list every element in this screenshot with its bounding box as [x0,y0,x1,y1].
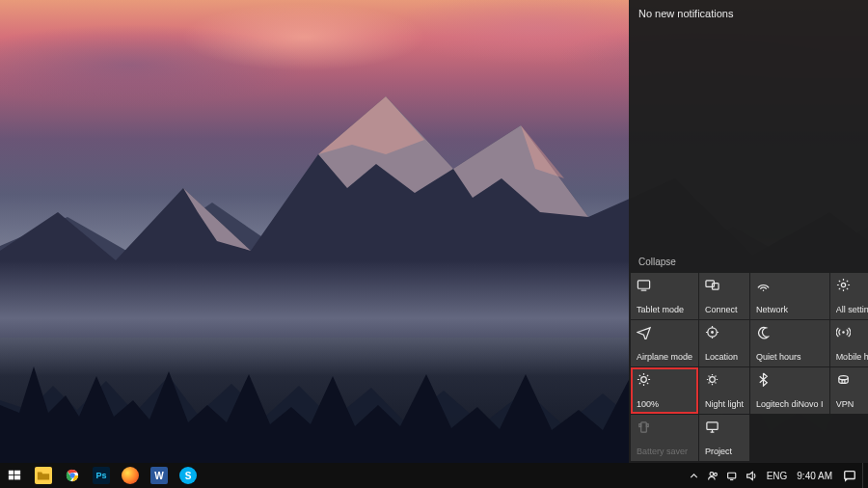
taskbar-app-photoshop[interactable]: Ps [87,463,116,488]
tile-brightness[interactable]: 100% [631,367,698,414]
taskbar-app-firefox[interactable] [116,463,145,488]
tile-label: Project [705,447,744,457]
svg-rect-14 [639,424,641,427]
svg-rect-16 [707,422,718,430]
tile-label: 100% [637,400,692,410]
network-tray-icon [726,470,739,482]
tray-clock[interactable]: 9:40 AM [792,471,837,481]
quiet-icon [756,325,771,339]
tile-vpn[interactable]: VPN [830,367,868,414]
tray-language[interactable]: ENG [762,471,793,481]
tile-label: Night light [705,400,744,410]
file-explorer-icon [35,467,52,484]
tile-mobile-hotspot[interactable]: Mobile hotspot [830,320,868,366]
tile-label: Network [756,306,824,315]
svg-rect-15 [646,424,648,427]
tile-label: Battery saver [637,447,692,457]
tray-chevron-up[interactable] [685,463,704,488]
svg-rect-20 [14,471,20,474]
tray-network[interactable] [723,463,743,488]
tile-label: Connect [705,306,744,315]
desktop: No new notifications Collapse Tablet mod… [0,0,868,488]
collapse-button[interactable]: Collapse [629,253,868,273]
tile-battery-saver[interactable]: Battery saver [631,415,698,461]
skype-icon: S [179,467,197,484]
taskbar-app-file-explorer[interactable] [29,463,58,488]
network-icon [756,278,771,292]
firefox-icon [122,467,139,484]
vpn-icon [836,372,851,387]
taskbar-app-skype[interactable]: S [174,463,203,488]
svg-point-11 [838,376,847,380]
svg-point-26 [715,473,718,475]
bluetooth-icon [756,372,771,387]
tile-night-light[interactable]: Night light [699,367,749,414]
tile-location[interactable]: Location [699,320,749,366]
tray-volume[interactable] [743,463,762,488]
tile-project[interactable]: Project [699,415,749,461]
svg-point-8 [842,331,844,333]
taskbar-apps: Ps W S [0,463,203,488]
action-center-button[interactable] [837,463,862,488]
svg-rect-0 [637,281,649,288]
airplane-icon [637,325,651,339]
tile-label: Tablet mode [637,306,692,315]
tile-tablet-mode[interactable]: Tablet mode [631,273,698,319]
windows-icon [8,469,21,482]
svg-point-25 [710,472,714,475]
tile-bluetooth[interactable]: Logitech diNovo I [750,367,829,414]
notifications-empty-area [629,27,868,253]
tablet-icon [637,278,651,292]
battery-icon [637,420,651,434]
taskbar: Ps W S ENG [0,463,868,488]
chevron-up-icon [688,470,700,482]
location-icon [705,325,719,339]
svg-rect-27 [728,473,736,478]
show-desktop-button[interactable] [862,463,868,488]
word-icon: W [150,467,168,484]
taskbar-app-word[interactable]: W [145,463,174,488]
svg-point-4 [763,289,765,291]
settings-icon [836,278,851,292]
photoshop-icon: Ps [93,467,110,484]
connect-icon [705,278,719,292]
tile-label: Airplane mode [637,353,692,363]
brightness-icon [637,372,651,387]
nightlight-icon [705,372,719,387]
svg-rect-29 [845,472,855,479]
tile-label: All settings [836,306,868,315]
tile-quiet-hours[interactable]: Quiet hours [750,320,829,366]
tile-all-settings[interactable]: All settings [830,273,868,319]
tile-label: Quiet hours [756,353,824,363]
taskbar-app-chrome[interactable] [58,463,87,488]
tile-label: Location [705,353,744,363]
svg-point-7 [711,331,714,334]
notifications-icon [843,469,856,482]
tile-airplane-mode[interactable]: Airplane mode [631,320,698,366]
svg-rect-12 [842,380,845,383]
project-icon [705,420,719,434]
svg-point-5 [841,283,845,286]
svg-rect-22 [14,475,20,479]
svg-rect-19 [9,471,14,474]
svg-point-10 [710,377,716,383]
people-icon [707,470,719,482]
svg-rect-21 [9,475,14,479]
notifications-header: No new notifications [629,0,868,27]
svg-rect-13 [641,422,647,432]
chrome-icon [64,467,81,484]
action-center-panel: No new notifications Collapse Tablet mod… [629,0,868,463]
system-tray: ENG 9:40 AM [685,463,868,488]
volume-icon [746,470,758,482]
start-button[interactable] [0,463,29,488]
tile-connect[interactable]: Connect [699,273,749,319]
tile-label: VPN [836,400,868,410]
tile-network[interactable]: Network [750,273,829,319]
svg-point-9 [641,377,647,383]
hotspot-icon [836,325,851,339]
tile-label: Logitech diNovo I [756,400,824,410]
quick-action-tiles: Tablet mode Connect Network All settings… [629,273,868,463]
tray-people[interactable] [704,463,723,488]
tile-label: Mobile hotspot [836,353,868,363]
